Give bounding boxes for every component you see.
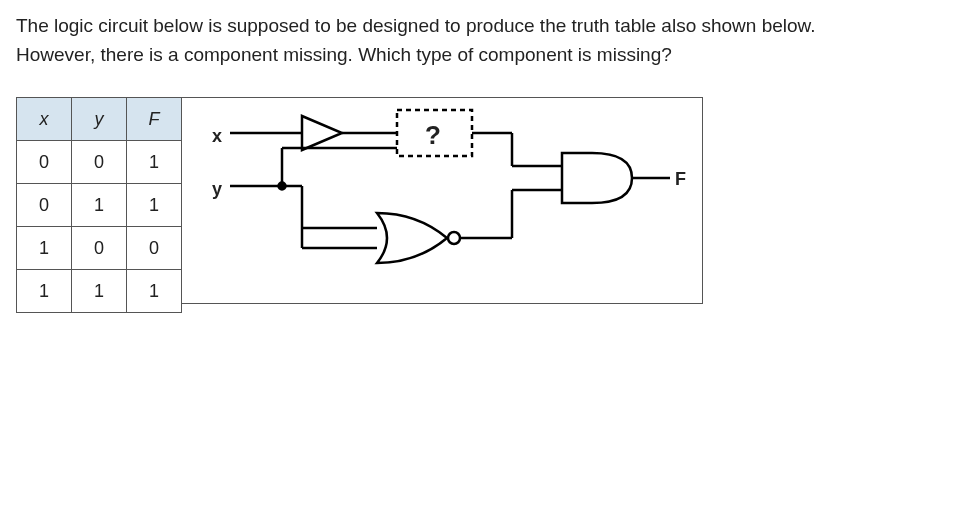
table-row: 1 1 1 [17,270,182,313]
col-header-x: x [17,98,72,141]
table-row: 0 0 1 [17,141,182,184]
cell: 1 [127,270,182,313]
cell: 1 [127,141,182,184]
cell: 0 [127,227,182,270]
cell: 1 [17,227,72,270]
truth-table: x y F 0 0 1 0 1 1 1 0 0 1 1 [16,97,182,313]
output-F-label: F [675,166,686,193]
col-header-y: y [72,98,127,141]
content-row: x y F 0 0 1 0 1 1 1 0 0 1 1 [16,97,945,313]
cell: 1 [127,184,182,227]
table-row: 1 0 0 [17,227,182,270]
cell: 1 [17,270,72,313]
col-header-F: F [127,98,182,141]
cell: 0 [17,141,72,184]
table-row: 0 1 1 [17,184,182,227]
cell: 0 [17,184,72,227]
cell: 0 [72,227,127,270]
cell: 1 [72,184,127,227]
cell: 1 [72,270,127,313]
circuit-svg [182,98,702,303]
input-x-label: x [212,123,222,150]
unknown-component-label: ? [425,116,441,155]
circuit-diagram: x y F ? [182,97,703,304]
cell: 0 [72,141,127,184]
input-y-label: y [212,176,222,203]
question-text: The logic circuit below is supposed to b… [16,12,836,69]
svg-point-14 [448,232,460,244]
